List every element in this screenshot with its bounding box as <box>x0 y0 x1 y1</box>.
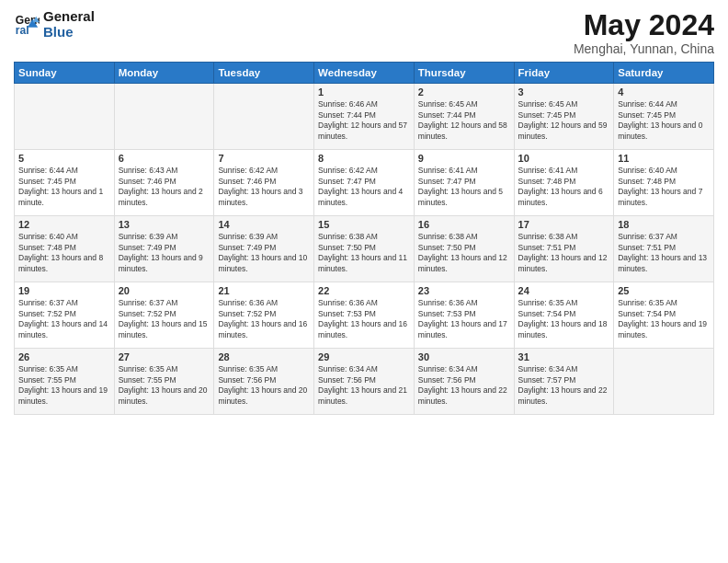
calendar-cell: 28Sunrise: 6:35 AM Sunset: 7:56 PM Dayli… <box>214 349 314 415</box>
day-info: Sunrise: 6:37 AM Sunset: 7:52 PM Dayligh… <box>119 298 210 340</box>
calendar-cell: 31Sunrise: 6:34 AM Sunset: 7:57 PM Dayli… <box>514 349 614 415</box>
day-info: Sunrise: 6:35 AM Sunset: 7:56 PM Dayligh… <box>218 364 310 407</box>
day-number: 5 <box>18 153 110 164</box>
calendar-week-4: 19Sunrise: 6:37 AM Sunset: 7:52 PM Dayli… <box>15 282 714 349</box>
day-number: 12 <box>18 219 110 230</box>
day-info: Sunrise: 6:38 AM Sunset: 7:50 PM Dayligh… <box>418 232 510 274</box>
calendar-cell <box>15 84 115 150</box>
day-info: Sunrise: 6:45 AM Sunset: 7:44 PM Dayligh… <box>418 99 510 142</box>
calendar-cell: 24Sunrise: 6:35 AM Sunset: 7:54 PM Dayli… <box>514 282 614 349</box>
day-number: 3 <box>518 86 610 98</box>
day-info: Sunrise: 6:41 AM Sunset: 7:48 PM Dayligh… <box>518 166 610 208</box>
day-number: 19 <box>18 285 110 296</box>
day-number: 30 <box>418 351 510 362</box>
calendar-header-row: SundayMondayTuesdayWednesdayThursdayFrid… <box>15 63 714 84</box>
day-info: Sunrise: 6:41 AM Sunset: 7:47 PM Dayligh… <box>418 166 510 208</box>
calendar-cell: 13Sunrise: 6:39 AM Sunset: 7:49 PM Dayli… <box>114 216 214 282</box>
calendar-cell: 22Sunrise: 6:36 AM Sunset: 7:53 PM Dayli… <box>314 282 415 349</box>
col-header-saturday: Saturday <box>614 63 714 84</box>
calendar-week-2: 5Sunrise: 6:44 AM Sunset: 7:45 PM Daylig… <box>15 150 714 216</box>
calendar-cell: 26Sunrise: 6:35 AM Sunset: 7:55 PM Dayli… <box>15 349 115 415</box>
day-number: 27 <box>119 351 210 362</box>
day-number: 25 <box>618 285 710 296</box>
day-info: Sunrise: 6:38 AM Sunset: 7:51 PM Dayligh… <box>518 232 610 274</box>
day-number: 14 <box>218 219 310 230</box>
day-info: Sunrise: 6:45 AM Sunset: 7:45 PM Dayligh… <box>518 99 610 142</box>
col-header-monday: Monday <box>114 63 214 84</box>
calendar-week-3: 12Sunrise: 6:40 AM Sunset: 7:48 PM Dayli… <box>15 216 714 282</box>
day-number: 8 <box>318 153 410 164</box>
calendar-cell: 7Sunrise: 6:42 AM Sunset: 7:46 PM Daylig… <box>214 150 314 216</box>
logo-icon: Gene ral <box>14 12 40 38</box>
calendar-cell: 5Sunrise: 6:44 AM Sunset: 7:45 PM Daylig… <box>15 150 115 216</box>
day-number: 17 <box>518 219 610 230</box>
header: Gene ral General Blue May 2024 Menghai, … <box>14 9 714 56</box>
day-info: Sunrise: 6:46 AM Sunset: 7:44 PM Dayligh… <box>318 99 410 142</box>
calendar-cell: 16Sunrise: 6:38 AM Sunset: 7:50 PM Dayli… <box>414 216 514 282</box>
day-info: Sunrise: 6:35 AM Sunset: 7:54 PM Dayligh… <box>618 298 710 340</box>
subtitle: Menghai, Yunnan, China <box>574 41 714 56</box>
day-info: Sunrise: 6:40 AM Sunset: 7:48 PM Dayligh… <box>18 232 110 274</box>
calendar-week-5: 26Sunrise: 6:35 AM Sunset: 7:55 PM Dayli… <box>15 349 714 415</box>
svg-text:ral: ral <box>16 24 29 37</box>
calendar-cell <box>114 84 214 150</box>
page: Gene ral General Blue May 2024 Menghai, … <box>0 0 728 563</box>
day-number: 22 <box>318 285 410 296</box>
calendar-cell: 20Sunrise: 6:37 AM Sunset: 7:52 PM Dayli… <box>114 282 214 349</box>
day-number: 28 <box>218 351 310 362</box>
calendar-cell: 10Sunrise: 6:41 AM Sunset: 7:48 PM Dayli… <box>514 150 614 216</box>
col-header-thursday: Thursday <box>414 63 514 84</box>
day-info: Sunrise: 6:44 AM Sunset: 7:45 PM Dayligh… <box>618 99 710 142</box>
day-number: 2 <box>418 86 510 98</box>
calendar-cell: 11Sunrise: 6:40 AM Sunset: 7:48 PM Dayli… <box>614 150 714 216</box>
day-info: Sunrise: 6:35 AM Sunset: 7:55 PM Dayligh… <box>18 364 110 407</box>
day-info: Sunrise: 6:34 AM Sunset: 7:57 PM Dayligh… <box>518 364 610 407</box>
day-number: 26 <box>18 351 110 362</box>
calendar-cell: 19Sunrise: 6:37 AM Sunset: 7:52 PM Dayli… <box>15 282 115 349</box>
day-info: Sunrise: 6:36 AM Sunset: 7:53 PM Dayligh… <box>318 298 410 340</box>
calendar-cell: 15Sunrise: 6:38 AM Sunset: 7:50 PM Dayli… <box>314 216 415 282</box>
day-number: 11 <box>618 153 710 164</box>
calendar-cell: 4Sunrise: 6:44 AM Sunset: 7:45 PM Daylig… <box>614 84 714 150</box>
day-info: Sunrise: 6:38 AM Sunset: 7:50 PM Dayligh… <box>318 232 410 274</box>
day-info: Sunrise: 6:37 AM Sunset: 7:51 PM Dayligh… <box>618 232 710 274</box>
calendar-cell: 2Sunrise: 6:45 AM Sunset: 7:44 PM Daylig… <box>414 84 514 150</box>
calendar-cell: 25Sunrise: 6:35 AM Sunset: 7:54 PM Dayli… <box>614 282 714 349</box>
day-number: 31 <box>518 351 610 362</box>
calendar-cell <box>614 349 714 415</box>
calendar-cell: 23Sunrise: 6:36 AM Sunset: 7:53 PM Dayli… <box>414 282 514 349</box>
calendar-table: SundayMondayTuesdayWednesdayThursdayFrid… <box>14 62 714 415</box>
day-info: Sunrise: 6:39 AM Sunset: 7:49 PM Dayligh… <box>218 232 310 274</box>
day-info: Sunrise: 6:40 AM Sunset: 7:48 PM Dayligh… <box>618 166 710 208</box>
day-info: Sunrise: 6:42 AM Sunset: 7:47 PM Dayligh… <box>318 166 410 208</box>
day-number: 16 <box>418 219 510 230</box>
col-header-sunday: Sunday <box>15 63 115 84</box>
title-block: May 2024 Menghai, Yunnan, China <box>574 9 714 56</box>
day-number: 1 <box>318 86 410 98</box>
logo: Gene ral General Blue <box>14 9 95 40</box>
col-header-friday: Friday <box>514 63 614 84</box>
main-title: May 2024 <box>574 9 714 41</box>
calendar-cell: 6Sunrise: 6:43 AM Sunset: 7:46 PM Daylig… <box>114 150 214 216</box>
calendar-cell: 1Sunrise: 6:46 AM Sunset: 7:44 PM Daylig… <box>314 84 415 150</box>
calendar-cell: 27Sunrise: 6:35 AM Sunset: 7:55 PM Dayli… <box>114 349 214 415</box>
day-number: 29 <box>318 351 410 362</box>
day-info: Sunrise: 6:37 AM Sunset: 7:52 PM Dayligh… <box>18 298 110 340</box>
day-number: 7 <box>218 153 310 164</box>
day-info: Sunrise: 6:36 AM Sunset: 7:53 PM Dayligh… <box>418 298 510 340</box>
day-info: Sunrise: 6:44 AM Sunset: 7:45 PM Dayligh… <box>18 166 110 208</box>
day-number: 13 <box>119 219 210 230</box>
calendar-cell: 12Sunrise: 6:40 AM Sunset: 7:48 PM Dayli… <box>15 216 115 282</box>
day-number: 4 <box>618 86 710 98</box>
col-header-wednesday: Wednesday <box>314 63 415 84</box>
calendar-week-1: 1Sunrise: 6:46 AM Sunset: 7:44 PM Daylig… <box>15 84 714 150</box>
day-info: Sunrise: 6:36 AM Sunset: 7:52 PM Dayligh… <box>218 298 310 340</box>
calendar-cell: 17Sunrise: 6:38 AM Sunset: 7:51 PM Dayli… <box>514 216 614 282</box>
calendar-cell: 8Sunrise: 6:42 AM Sunset: 7:47 PM Daylig… <box>314 150 415 216</box>
calendar-cell: 18Sunrise: 6:37 AM Sunset: 7:51 PM Dayli… <box>614 216 714 282</box>
day-number: 18 <box>618 219 710 230</box>
day-number: 23 <box>418 285 510 296</box>
day-number: 15 <box>318 219 410 230</box>
day-info: Sunrise: 6:34 AM Sunset: 7:56 PM Dayligh… <box>318 364 410 407</box>
day-info: Sunrise: 6:35 AM Sunset: 7:55 PM Dayligh… <box>119 364 210 407</box>
